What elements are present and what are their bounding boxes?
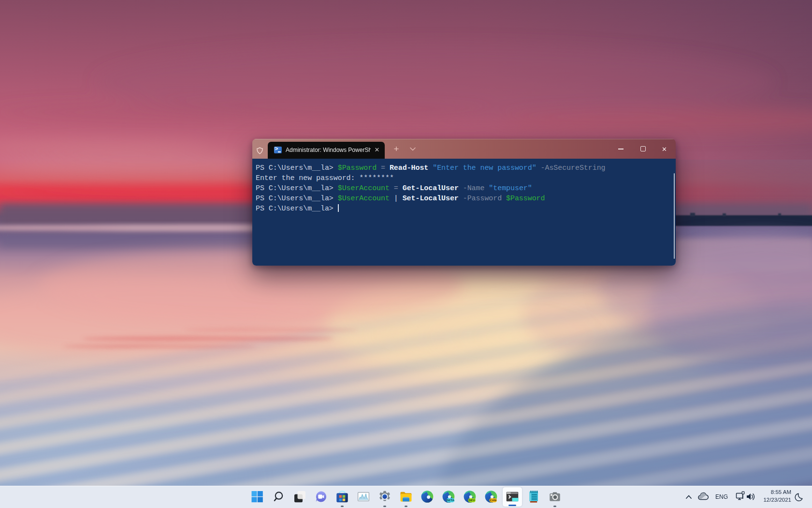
- svg-text:CAN: CAN: [490, 498, 496, 502]
- svg-text:BETA: BETA: [447, 498, 455, 502]
- svg-text:DEV: DEV: [469, 498, 476, 502]
